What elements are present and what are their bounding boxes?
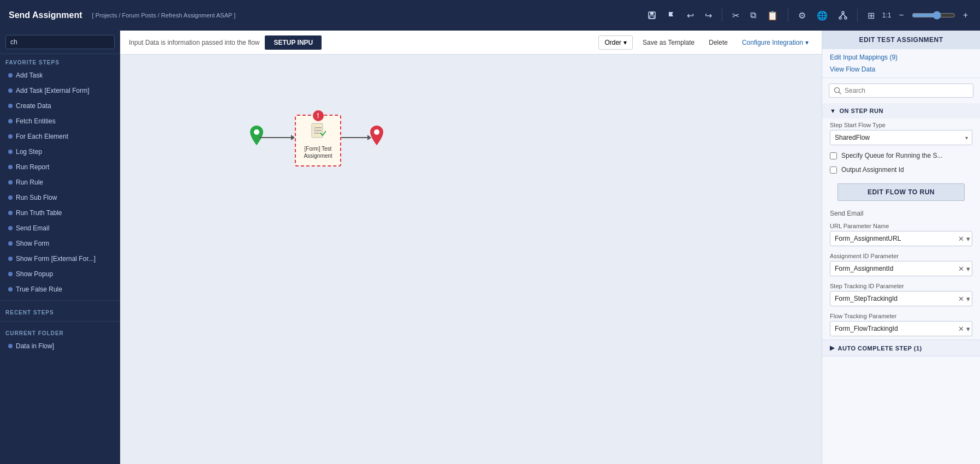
- assignment-id-select-wrap: Form_AssignmentId ✕ ▾: [830, 261, 972, 276]
- output-assignment-row: Output Assignment Id: [822, 163, 980, 177]
- sidebar-item-fetch-entities[interactable]: Fetch Entities: [0, 114, 120, 129]
- step-start-flow-type-select-wrap: SharedFlow StandardFlow AsyncFlow ▾: [830, 130, 972, 145]
- divider-sidebar-2: [0, 321, 120, 322]
- edit-input-mappings-link[interactable]: Edit Input Mappings (9): [822, 51, 980, 63]
- paste-icon-btn[interactable]: 📋: [764, 8, 781, 23]
- save-icon-btn[interactable]: [644, 9, 660, 22]
- sidebar-item-create-data[interactable]: Create Data: [0, 98, 120, 114]
- breadcrumb: [ Projects / Forum Posts / Refresh Assig…: [92, 12, 236, 19]
- collapse-icon: ▼: [830, 108, 836, 114]
- zoom-slider[interactable]: [912, 11, 955, 20]
- node-label: [Form] TestAssignment: [304, 145, 332, 159]
- zoom-out-btn[interactable]: −: [895, 8, 907, 22]
- sidebar-item-label: Run Rule: [16, 179, 43, 186]
- sidebar-item-label: Fetch Entities: [16, 117, 56, 125]
- on-step-run-label: ON STEP RUN: [839, 108, 883, 114]
- auto-complete-label: AUTO COMPLETE STEP (1): [838, 345, 922, 352]
- sidebar-item-for-each[interactable]: For Each Element: [0, 129, 120, 144]
- settings-icon-btn[interactable]: ⚙: [795, 8, 809, 23]
- sidebar-item-send-email[interactable]: Send Email: [0, 221, 120, 236]
- connector-1: [259, 137, 292, 138]
- sidebar-item-run-sub-flow[interactable]: Run Sub Flow: [0, 190, 120, 205]
- svg-point-3: [842, 11, 844, 14]
- assignment-id-clear-icon[interactable]: ✕: [958, 265, 964, 273]
- flow-tracking-clear-icon[interactable]: ✕: [958, 325, 964, 333]
- step-tracking-chevron-icon[interactable]: ▾: [966, 295, 970, 303]
- step-tracking-row: Step Tracking ID Parameter Form_StepTrac…: [822, 279, 980, 310]
- flow-tracking-chevron-icon[interactable]: ▾: [966, 325, 970, 333]
- assignment-id-row: Assignment ID Parameter Form_AssignmentI…: [822, 249, 980, 279]
- delete-btn[interactable]: Delete: [704, 36, 732, 49]
- grid-icon-btn[interactable]: ⊞: [864, 8, 878, 23]
- section-recent-header: RECENT STEPS: [0, 304, 120, 318]
- output-assignment-label: Output Assignment Id: [841, 166, 904, 174]
- error-badge: !: [313, 110, 324, 121]
- configure-integration-btn[interactable]: Configure Integration ▾: [738, 36, 813, 49]
- configure-label: Configure Integration: [742, 39, 803, 46]
- flow-node-form-assignment[interactable]: ! [Form] TestAssignment: [295, 115, 341, 166]
- sidebar-item-label: Show Form: [16, 240, 49, 247]
- save-template-btn[interactable]: Save as Template: [638, 36, 699, 49]
- sidebar-item-add-task-external[interactable]: Add Task [External Form]: [0, 83, 120, 98]
- step-tracking-clear-icon[interactable]: ✕: [958, 295, 964, 303]
- flag-icon-btn[interactable]: [664, 9, 679, 22]
- specify-queue-checkbox[interactable]: [830, 152, 837, 159]
- sidebar-search-input[interactable]: [5, 35, 115, 49]
- dot-icon: [8, 180, 13, 185]
- sidebar-item-run-report[interactable]: Run Report: [0, 159, 120, 175]
- sidebar-item-label: Create Data: [16, 102, 51, 110]
- sidebar-item-show-form-ext[interactable]: Show Form [External For...]: [0, 251, 120, 266]
- zoom-in-btn[interactable]: +: [960, 8, 971, 22]
- test-assignment-links: Edit Input Mappings (9) View Flow Data: [822, 49, 980, 78]
- sidebar-item-data-in-flow[interactable]: Data in Flow]: [0, 338, 120, 354]
- hierarchy-icon-btn[interactable]: [835, 9, 851, 22]
- step-tracking-select[interactable]: Form_StepTrackingId: [830, 291, 972, 306]
- on-step-run-header[interactable]: ▼ ON STEP RUN: [822, 103, 980, 118]
- sidebar-item-label: Add Task [External Form]: [16, 87, 90, 94]
- assignment-id-select[interactable]: Form_AssignmentId: [830, 261, 972, 276]
- sidebar-item-show-form[interactable]: Show Form: [0, 236, 120, 251]
- canvas-info-text: Input Data is information passed into th…: [129, 39, 259, 46]
- edit-flow-to-run-btn[interactable]: EDIT FLOW TO RUN: [838, 183, 965, 201]
- url-param-chevron-icon[interactable]: ▾: [966, 235, 970, 243]
- svg-rect-12: [314, 132, 316, 134]
- url-param-select[interactable]: Form_AssignmentURL: [830, 231, 972, 246]
- order-label: Order: [604, 39, 621, 46]
- sidebar-item-add-task[interactable]: Add Task: [0, 68, 120, 83]
- sidebar-item-label: Add Task: [16, 72, 43, 79]
- url-param-clear-icon[interactable]: ✕: [958, 235, 964, 243]
- scissors-icon-btn[interactable]: ✂: [729, 8, 743, 23]
- redo-icon-btn[interactable]: ↪: [702, 8, 715, 23]
- setup-input-btn[interactable]: SETUP INPU: [265, 35, 322, 50]
- canvas-area: Input Data is information passed into th…: [120, 31, 822, 464]
- output-assignment-checkbox[interactable]: [830, 166, 837, 174]
- specify-queue-row: Specify Queue for Running the S...: [822, 148, 980, 163]
- url-param-name-row: URL Parameter Name Form_AssignmentURL ✕ …: [822, 219, 980, 249]
- canvas-toolbar: Input Data is information passed into th…: [120, 31, 822, 55]
- sidebar-item-show-popup[interactable]: Show Popup: [0, 266, 120, 282]
- auto-complete-header[interactable]: ▶ AUTO COMPLETE STEP (1): [822, 340, 980, 356]
- step-start-flow-type-select[interactable]: SharedFlow StandardFlow AsyncFlow: [830, 130, 972, 145]
- edit-test-assignment-btn[interactable]: EDIT TEST ASSIGNMENT: [822, 31, 980, 49]
- copy-icon-btn[interactable]: ⧉: [747, 8, 759, 22]
- sidebar-item-run-rule[interactable]: Run Rule: [0, 175, 120, 190]
- right-panel-search-input[interactable]: [845, 87, 969, 94]
- end-pin: [370, 126, 383, 147]
- sidebar-item-log-step[interactable]: Log Step: [0, 144, 120, 159]
- flow-tracking-row: Flow Tracking Parameter Form_FlowTrackin…: [822, 310, 980, 340]
- view-flow-data-link[interactable]: View Flow Data: [822, 63, 980, 75]
- specify-queue-label: Specify Queue for Running the S...: [841, 152, 942, 159]
- sidebar-item-run-truth-table[interactable]: Run Truth Table: [0, 205, 120, 221]
- svg-point-4: [839, 17, 841, 19]
- sidebar-item-true-false[interactable]: True False Rule: [0, 282, 120, 297]
- dot-icon: [8, 73, 13, 78]
- dot-icon: [8, 195, 13, 200]
- canvas[interactable]: ! [Form] TestAssignment: [120, 55, 822, 464]
- search-icon: [834, 87, 841, 94]
- assignment-id-chevron-icon[interactable]: ▾: [966, 265, 970, 273]
- flow-tracking-select[interactable]: Form_FlowTrackingId: [830, 321, 972, 336]
- sidebar-item-label: Run Truth Table: [16, 209, 62, 217]
- order-btn[interactable]: Order ▾: [598, 35, 633, 50]
- globe-icon-btn[interactable]: 🌐: [813, 8, 831, 23]
- undo-icon-btn[interactable]: ↩: [684, 8, 697, 23]
